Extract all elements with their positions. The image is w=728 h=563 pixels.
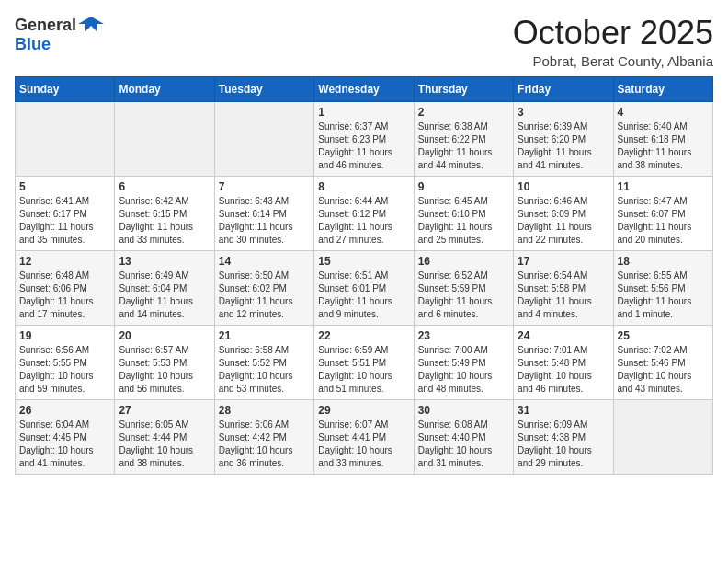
calendar-cell bbox=[214, 101, 313, 176]
day-number: 27 bbox=[119, 404, 210, 417]
logo: General Blue bbox=[15, 15, 104, 54]
week-row-2: 5Sunrise: 6:41 AM Sunset: 6:17 PM Daylig… bbox=[16, 176, 713, 250]
day-number: 4 bbox=[618, 106, 709, 119]
header-saturday: Saturday bbox=[613, 76, 712, 101]
day-info: Sunrise: 6:50 AM Sunset: 6:02 PM Dayligh… bbox=[219, 270, 310, 321]
day-info: Sunrise: 6:05 AM Sunset: 4:44 PM Dayligh… bbox=[119, 419, 210, 470]
title-section: October 2025 Pobrat, Berat County, Alban… bbox=[513, 15, 713, 69]
day-number: 10 bbox=[518, 180, 609, 193]
day-number: 12 bbox=[19, 255, 110, 268]
day-number: 23 bbox=[418, 329, 509, 342]
day-number: 19 bbox=[19, 329, 110, 342]
day-number: 5 bbox=[19, 180, 110, 193]
day-info: Sunrise: 6:04 AM Sunset: 4:45 PM Dayligh… bbox=[19, 419, 110, 470]
calendar-cell: 15Sunrise: 6:51 AM Sunset: 6:01 PM Dayli… bbox=[314, 250, 414, 325]
day-info: Sunrise: 6:07 AM Sunset: 4:41 PM Dayligh… bbox=[318, 419, 409, 470]
day-number: 24 bbox=[518, 329, 609, 342]
day-info: Sunrise: 6:55 AM Sunset: 5:56 PM Dayligh… bbox=[618, 270, 709, 321]
day-number: 30 bbox=[418, 404, 509, 417]
day-number: 11 bbox=[618, 180, 709, 193]
day-number: 26 bbox=[19, 404, 110, 417]
day-info: Sunrise: 6:08 AM Sunset: 4:40 PM Dayligh… bbox=[418, 419, 509, 470]
week-row-5: 26Sunrise: 6:04 AM Sunset: 4:45 PM Dayli… bbox=[16, 399, 713, 474]
day-info: Sunrise: 7:01 AM Sunset: 5:48 PM Dayligh… bbox=[518, 344, 609, 396]
calendar-cell: 1Sunrise: 6:37 AM Sunset: 6:23 PM Daylig… bbox=[314, 101, 414, 176]
day-info: Sunrise: 6:45 AM Sunset: 6:10 PM Dayligh… bbox=[418, 195, 509, 247]
day-info: Sunrise: 6:56 AM Sunset: 5:55 PM Dayligh… bbox=[19, 344, 110, 396]
calendar-cell: 6Sunrise: 6:42 AM Sunset: 6:15 PM Daylig… bbox=[115, 176, 214, 250]
day-number: 21 bbox=[219, 329, 310, 342]
calendar-cell: 26Sunrise: 6:04 AM Sunset: 4:45 PM Dayli… bbox=[16, 399, 115, 474]
day-number: 9 bbox=[418, 180, 509, 193]
calendar-cell bbox=[115, 101, 214, 176]
calendar-cell: 11Sunrise: 6:47 AM Sunset: 6:07 PM Dayli… bbox=[613, 176, 712, 250]
calendar-cell: 25Sunrise: 7:02 AM Sunset: 5:46 PM Dayli… bbox=[613, 325, 712, 399]
day-number: 2 bbox=[418, 106, 509, 119]
header-friday: Friday bbox=[514, 76, 613, 101]
day-info: Sunrise: 6:42 AM Sunset: 6:15 PM Dayligh… bbox=[119, 195, 210, 247]
day-number: 1 bbox=[318, 106, 409, 119]
day-info: Sunrise: 6:52 AM Sunset: 5:59 PM Dayligh… bbox=[418, 270, 509, 321]
weekday-header-row: Sunday Monday Tuesday Wednesday Thursday… bbox=[16, 76, 713, 101]
day-number: 29 bbox=[318, 404, 409, 417]
day-number: 20 bbox=[119, 329, 210, 342]
day-info: Sunrise: 6:06 AM Sunset: 4:42 PM Dayligh… bbox=[219, 419, 310, 470]
page-header: General Blue October 2025 Pobrat, Berat … bbox=[15, 15, 713, 69]
header-monday: Monday bbox=[115, 76, 214, 101]
calendar-cell: 8Sunrise: 6:44 AM Sunset: 6:12 PM Daylig… bbox=[314, 176, 414, 250]
day-number: 28 bbox=[219, 404, 310, 417]
calendar-cell: 10Sunrise: 6:46 AM Sunset: 6:09 PM Dayli… bbox=[514, 176, 613, 250]
day-info: Sunrise: 6:46 AM Sunset: 6:09 PM Dayligh… bbox=[518, 195, 609, 247]
calendar-cell: 7Sunrise: 6:43 AM Sunset: 6:14 PM Daylig… bbox=[214, 176, 313, 250]
day-info: Sunrise: 6:47 AM Sunset: 6:07 PM Dayligh… bbox=[618, 195, 709, 247]
calendar-header: Sunday Monday Tuesday Wednesday Thursday… bbox=[16, 76, 713, 101]
week-row-1: 1Sunrise: 6:37 AM Sunset: 6:23 PM Daylig… bbox=[16, 101, 713, 176]
calendar-cell: 30Sunrise: 6:08 AM Sunset: 4:40 PM Dayli… bbox=[414, 399, 513, 474]
week-row-3: 12Sunrise: 6:48 AM Sunset: 6:06 PM Dayli… bbox=[16, 250, 713, 325]
header-sunday: Sunday bbox=[16, 76, 115, 101]
day-info: Sunrise: 6:48 AM Sunset: 6:06 PM Dayligh… bbox=[19, 270, 110, 321]
day-info: Sunrise: 7:02 AM Sunset: 5:46 PM Dayligh… bbox=[618, 344, 709, 396]
day-info: Sunrise: 6:49 AM Sunset: 6:04 PM Dayligh… bbox=[119, 270, 210, 321]
calendar-cell: 9Sunrise: 6:45 AM Sunset: 6:10 PM Daylig… bbox=[414, 176, 513, 250]
day-info: Sunrise: 6:43 AM Sunset: 6:14 PM Dayligh… bbox=[219, 195, 310, 247]
svg-marker-0 bbox=[78, 17, 104, 31]
day-info: Sunrise: 6:51 AM Sunset: 6:01 PM Dayligh… bbox=[318, 270, 409, 321]
day-number: 3 bbox=[518, 106, 609, 119]
day-number: 7 bbox=[219, 180, 310, 193]
calendar-cell: 20Sunrise: 6:57 AM Sunset: 5:53 PM Dayli… bbox=[115, 325, 214, 399]
calendar-table: Sunday Monday Tuesday Wednesday Thursday… bbox=[15, 76, 713, 475]
day-info: Sunrise: 6:58 AM Sunset: 5:52 PM Dayligh… bbox=[219, 344, 310, 396]
week-row-4: 19Sunrise: 6:56 AM Sunset: 5:55 PM Dayli… bbox=[16, 325, 713, 399]
day-number: 13 bbox=[119, 255, 210, 268]
day-info: Sunrise: 6:57 AM Sunset: 5:53 PM Dayligh… bbox=[119, 344, 210, 396]
calendar-body: 1Sunrise: 6:37 AM Sunset: 6:23 PM Daylig… bbox=[16, 101, 713, 474]
day-info: Sunrise: 7:00 AM Sunset: 5:49 PM Dayligh… bbox=[418, 344, 509, 396]
day-info: Sunrise: 6:41 AM Sunset: 6:17 PM Dayligh… bbox=[19, 195, 110, 247]
calendar-cell: 24Sunrise: 7:01 AM Sunset: 5:48 PM Dayli… bbox=[514, 325, 613, 399]
day-number: 18 bbox=[618, 255, 709, 268]
calendar-cell: 31Sunrise: 6:09 AM Sunset: 4:38 PM Dayli… bbox=[514, 399, 613, 474]
header-tuesday: Tuesday bbox=[214, 76, 313, 101]
calendar-cell: 21Sunrise: 6:58 AM Sunset: 5:52 PM Dayli… bbox=[214, 325, 313, 399]
day-info: Sunrise: 6:59 AM Sunset: 5:51 PM Dayligh… bbox=[318, 344, 409, 396]
day-number: 8 bbox=[318, 180, 409, 193]
day-info: Sunrise: 6:09 AM Sunset: 4:38 PM Dayligh… bbox=[518, 419, 609, 470]
day-number: 17 bbox=[518, 255, 609, 268]
day-number: 16 bbox=[418, 255, 509, 268]
calendar-cell: 27Sunrise: 6:05 AM Sunset: 4:44 PM Dayli… bbox=[115, 399, 214, 474]
day-info: Sunrise: 6:40 AM Sunset: 6:18 PM Dayligh… bbox=[618, 121, 709, 172]
logo-blue-text: Blue bbox=[15, 35, 51, 53]
day-info: Sunrise: 6:37 AM Sunset: 6:23 PM Dayligh… bbox=[318, 121, 409, 172]
calendar-cell: 12Sunrise: 6:48 AM Sunset: 6:06 PM Dayli… bbox=[16, 250, 115, 325]
day-number: 15 bbox=[318, 255, 409, 268]
calendar-cell: 4Sunrise: 6:40 AM Sunset: 6:18 PM Daylig… bbox=[613, 101, 712, 176]
calendar-cell: 22Sunrise: 6:59 AM Sunset: 5:51 PM Dayli… bbox=[314, 325, 414, 399]
day-number: 25 bbox=[618, 329, 709, 342]
day-info: Sunrise: 6:39 AM Sunset: 6:20 PM Dayligh… bbox=[518, 121, 609, 172]
calendar-cell bbox=[16, 101, 115, 176]
calendar-cell: 3Sunrise: 6:39 AM Sunset: 6:20 PM Daylig… bbox=[514, 101, 613, 176]
day-info: Sunrise: 6:38 AM Sunset: 6:22 PM Dayligh… bbox=[418, 121, 509, 172]
calendar-cell: 28Sunrise: 6:06 AM Sunset: 4:42 PM Dayli… bbox=[214, 399, 313, 474]
calendar-cell: 23Sunrise: 7:00 AM Sunset: 5:49 PM Dayli… bbox=[414, 325, 513, 399]
